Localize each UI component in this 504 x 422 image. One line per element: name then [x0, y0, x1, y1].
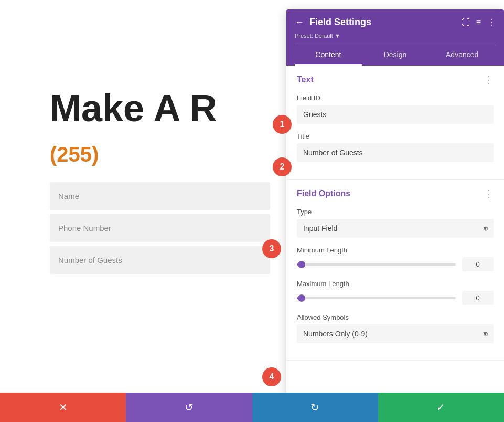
- panel-tabs: Content Design Advanced: [295, 45, 496, 66]
- undo-button[interactable]: ↺: [126, 393, 252, 422]
- min-length-thumb[interactable]: [298, 261, 305, 268]
- tab-advanced[interactable]: Advanced: [428, 45, 496, 66]
- save-icon: ✓: [436, 401, 445, 414]
- form-fields: Name Phone Number Number of Guests: [50, 182, 270, 274]
- expand-icon[interactable]: ⛶: [462, 18, 470, 27]
- phone-display: (255): [0, 127, 273, 166]
- field-id-group: Field ID: [297, 94, 494, 124]
- panel-title-row: ← Field Settings: [295, 17, 371, 28]
- min-length-slider-row: [297, 257, 494, 271]
- field-id-input[interactable]: [297, 105, 494, 124]
- max-length-track[interactable]: [297, 297, 456, 299]
- tab-content[interactable]: Content: [295, 45, 362, 66]
- phone-field[interactable]: Phone Number: [50, 214, 270, 242]
- allowed-symbols-group: Allowed Symbols Numbers Only (0-9) Lette…: [297, 313, 494, 343]
- left-area: Make A R (255) Name Phone Number Number …: [0, 0, 273, 422]
- panel-header-icons: ⛶ ≡ ⋮: [462, 17, 496, 27]
- redo-icon: ↻: [310, 401, 319, 414]
- back-icon[interactable]: ←: [295, 17, 304, 28]
- panel-header-top: ← Field Settings ⛶ ≡ ⋮: [295, 17, 496, 28]
- max-length-label: Maximum Length: [297, 280, 494, 288]
- undo-icon: ↺: [185, 401, 194, 414]
- max-length-slider-row: [297, 291, 494, 305]
- tab-design[interactable]: Design: [362, 45, 429, 66]
- title-input[interactable]: [297, 143, 494, 162]
- columns-icon[interactable]: ≡: [476, 18, 481, 27]
- min-length-value[interactable]: [462, 257, 494, 271]
- text-section: Text ⋮ Field ID Title: [286, 66, 504, 180]
- allowed-symbols-select-wrapper: Numbers Only (0-9) Letters Only Alphanum…: [297, 324, 494, 343]
- text-section-title: Text: [297, 75, 314, 85]
- title-group: Title: [297, 132, 494, 162]
- more-icon[interactable]: ⋮: [487, 17, 496, 27]
- step-badge-2: 2: [273, 157, 292, 176]
- panel-title: Field Settings: [309, 17, 371, 28]
- panel-body: Text ⋮ Field ID Title Field Options ⋮ Ty…: [286, 66, 504, 414]
- cancel-button[interactable]: ✕: [0, 393, 126, 422]
- name-field[interactable]: Name: [50, 182, 270, 210]
- field-options-menu[interactable]: ⋮: [484, 188, 494, 199]
- step-badge-1: 1: [273, 115, 292, 134]
- type-select[interactable]: Input Field Text Area Checkbox Radio: [297, 219, 494, 238]
- field-options-title: Field Options: [297, 189, 350, 198]
- text-section-header: Text ⋮: [297, 74, 494, 86]
- min-length-label: Minimum Length: [297, 246, 494, 254]
- field-id-label: Field ID: [297, 94, 494, 102]
- max-length-thumb[interactable]: [298, 294, 305, 302]
- allowed-symbols-select[interactable]: Numbers Only (0-9) Letters Only Alphanum…: [297, 324, 494, 343]
- max-length-group: Maximum Length: [297, 280, 494, 305]
- type-label: Type: [297, 208, 494, 216]
- min-length-group: Minimum Length: [297, 246, 494, 271]
- redo-button[interactable]: ↻: [252, 393, 378, 422]
- step-badge-4: 4: [262, 367, 281, 386]
- type-select-wrapper: Input Field Text Area Checkbox Radio ▼: [297, 219, 494, 238]
- min-length-track[interactable]: [297, 263, 456, 266]
- page-title: Make A R: [0, 0, 273, 127]
- type-group: Type Input Field Text Area Checkbox Radi…: [297, 208, 494, 238]
- field-options-section: Field Options ⋮ Type Input Field Text Ar…: [286, 180, 504, 361]
- max-length-value[interactable]: [462, 291, 494, 305]
- allowed-symbols-label: Allowed Symbols: [297, 313, 494, 321]
- save-button[interactable]: ✓: [378, 393, 504, 422]
- guests-field[interactable]: Number of Guests: [50, 246, 270, 274]
- field-settings-panel: ← Field Settings ⛶ ≡ ⋮ Preset: Default ▼…: [286, 9, 504, 414]
- cancel-icon: ✕: [59, 401, 68, 414]
- text-section-menu[interactable]: ⋮: [484, 74, 494, 86]
- step-badge-3: 3: [262, 239, 281, 258]
- bottom-toolbar: ✕ ↺ ↻ ✓: [0, 393, 504, 422]
- panel-header: ← Field Settings ⛶ ≡ ⋮ Preset: Default ▼…: [286, 9, 504, 66]
- field-options-section-header: Field Options ⋮: [297, 188, 494, 199]
- preset-row[interactable]: Preset: Default ▼: [295, 32, 496, 39]
- title-label: Title: [297, 132, 494, 140]
